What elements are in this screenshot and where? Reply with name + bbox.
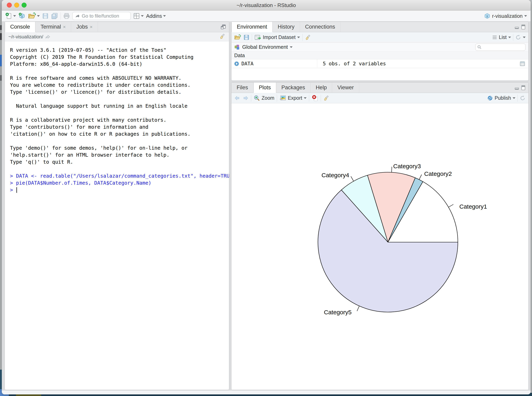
tab-packages-label: Packages (281, 85, 305, 91)
tab-terminal-label: Terminal (41, 24, 61, 30)
export-image-icon (279, 95, 286, 101)
tab-packages[interactable]: Packages (276, 82, 310, 93)
addins-label: Addins (146, 13, 162, 19)
project-menu[interactable]: R r-visualization (484, 13, 527, 19)
save-all-icon (51, 13, 58, 19)
tab-jobs-label: Jobs (76, 24, 88, 30)
print-button[interactable] (63, 13, 70, 19)
tab-plots[interactable]: Plots (253, 82, 276, 93)
save-all-button[interactable] (51, 13, 58, 19)
new-project-button[interactable]: R (18, 12, 26, 20)
console-command-line: > pie(DATA$Number.of.Times, DATA$Categor… (10, 179, 227, 186)
toolbar-separator (302, 34, 303, 41)
publish-label: Publish (495, 95, 511, 101)
tab-files[interactable]: Files (231, 82, 253, 93)
goto-file-function-input[interactable]: Go to file/function (72, 12, 131, 20)
window-bottom-edge (2, 390, 531, 394)
list-label: List (499, 34, 507, 40)
addins-button[interactable]: Addins (146, 13, 166, 19)
zoom-magnifier-icon (254, 95, 260, 101)
pane-layout-button[interactable] (133, 13, 144, 19)
maximize-pane-icon[interactable] (521, 24, 526, 30)
plots-tabbar: Files Plots Packages Help Viewer (231, 82, 528, 93)
background-text-fragment (0, 75, 2, 81)
list-caret[interactable] (508, 37, 511, 38)
console-prompt: > (10, 186, 16, 193)
plots-toolbar: Zoom Export (231, 93, 528, 103)
toolbar-separator (251, 94, 251, 102)
export-plot-button[interactable]: Export (279, 95, 307, 101)
titlebar[interactable]: ~/r-visualization - RStudio (2, 0, 531, 10)
main-toolbar: R (2, 11, 531, 22)
minimize-pane-icon[interactable] (514, 85, 520, 90)
tab-history[interactable]: History (273, 22, 300, 32)
tab-terminal[interactable]: Terminal × (35, 22, 71, 32)
publish-caret[interactable] (513, 97, 515, 99)
maximize-pane-icon[interactable] (521, 85, 526, 91)
tab-help[interactable]: Help (310, 82, 332, 93)
tab-console[interactable]: Console (5, 22, 35, 32)
refresh-plot-icon[interactable] (520, 95, 526, 101)
plot-area: Category1Category2Category3Category4Cate… (231, 103, 528, 390)
tab-viewer[interactable]: Viewer (332, 82, 359, 93)
open-folder-icon (28, 13, 36, 19)
zoom-plot-button[interactable]: Zoom (254, 95, 275, 101)
expand-object-icon[interactable] (234, 61, 240, 67)
previous-plot-icon[interactable] (234, 95, 240, 101)
goto-directory-icon[interactable] (45, 35, 50, 39)
pie-label-tick (351, 176, 354, 181)
environment-search-box[interactable] (475, 44, 526, 51)
view-data-table-icon[interactable] (520, 61, 525, 66)
toolbar-separator (513, 34, 513, 41)
close-terminal-tab-icon[interactable]: × (63, 24, 66, 30)
pie-label-category2: Category2 (424, 170, 452, 177)
environment-scope-caret[interactable] (290, 46, 292, 48)
pane-layout-caret[interactable] (141, 15, 144, 17)
minimize-pane-icon[interactable] (514, 25, 520, 29)
tab-jobs[interactable]: Jobs × (71, 22, 98, 32)
refresh-caret[interactable] (523, 37, 526, 38)
addins-caret[interactable] (163, 15, 166, 17)
new-file-icon (6, 13, 12, 19)
tab-environment[interactable]: Environment (231, 22, 273, 32)
export-caret[interactable] (304, 97, 307, 99)
import-dataset-caret[interactable] (297, 37, 300, 38)
save-workspace-icon[interactable] (243, 34, 249, 40)
desktop: ~/r-visualization - RStudio R (0, 0, 532, 396)
next-plot-icon[interactable] (243, 95, 249, 101)
refresh-environment-button[interactable] (515, 34, 526, 40)
remove-plot-icon[interactable] (312, 95, 318, 101)
toolbar-separator (321, 94, 321, 102)
tab-connections[interactable]: Connections (300, 22, 340, 32)
svg-text:R: R (21, 15, 23, 18)
maximize-pane-icon[interactable] (220, 24, 226, 30)
environment-tabbar: Environment History Connections (231, 22, 528, 32)
console-prompt: > (10, 173, 16, 179)
goto-placeholder: Go to file/function (82, 13, 119, 19)
import-dataset-label: Import Dataset (263, 34, 296, 40)
save-button[interactable] (42, 13, 49, 19)
open-file-button[interactable] (28, 13, 40, 19)
toolbar-separator (252, 34, 252, 41)
project-caret[interactable] (524, 15, 527, 17)
zoom-label: Zoom (262, 95, 275, 101)
environment-entry-row[interactable]: DATA 5 obs. of 2 variables (231, 59, 528, 68)
background-window-edge (0, 0, 2, 396)
console-commands: > DATA <- read.table("/Users/lsalazar/co… (10, 172, 227, 193)
load-workspace-icon[interactable] (234, 34, 241, 40)
clear-environment-icon[interactable] (305, 34, 311, 40)
publish-button[interactable]: Publish (487, 95, 515, 101)
working-directory: ~/r-visualization/ (8, 34, 43, 40)
console-input-line[interactable]: > (10, 186, 227, 193)
new-file-button[interactable] (6, 13, 16, 19)
import-dataset-icon (254, 34, 261, 40)
clear-console-icon[interactable] (219, 33, 225, 39)
clear-all-plots-icon[interactable] (323, 95, 329, 101)
close-jobs-tab-icon[interactable]: × (90, 24, 93, 30)
open-file-dropdown-caret[interactable] (37, 15, 40, 17)
import-dataset-button[interactable]: Import Dataset (254, 34, 300, 40)
environment-search-input[interactable] (483, 45, 521, 50)
new-file-dropdown-caret[interactable] (13, 15, 16, 17)
list-view-button[interactable]: List (492, 34, 511, 40)
console-output[interactable]: R version 3.6.1 (2019-07-05) -- "Action … (5, 41, 229, 193)
